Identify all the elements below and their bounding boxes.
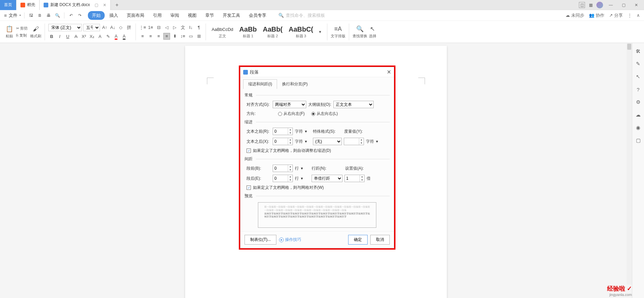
tab-home[interactable]: 首页 [0, 0, 16, 10]
auto-indent-checkbox[interactable]: ✓如果定义了文档网格，则自动调整右缩进(D) [247, 148, 331, 154]
line-spacing-select[interactable]: 单倍行距 [312, 175, 342, 182]
numbering-icon[interactable]: 1≡ [147, 24, 154, 31]
spin-down[interactable]: ▼ [288, 131, 292, 135]
save-as-icon[interactable]: 🗎 [37, 12, 43, 19]
redo-icon[interactable]: ↷ [76, 12, 83, 19]
superscript-icon[interactable]: X² [80, 33, 87, 40]
sidebar-settings-icon[interactable]: ⚙ [635, 99, 642, 105]
increase-indent-icon[interactable]: ▷ [171, 24, 178, 31]
tips-link[interactable]: ▶操作技巧 [279, 237, 301, 243]
show-marks-icon[interactable]: ¶ [196, 24, 202, 31]
ribbon-tab-layout[interactable]: 页面布局 [123, 11, 148, 20]
style-heading2[interactable]: AaBb(标题 2 [261, 24, 285, 40]
sidebar-pen-icon[interactable]: ✎ [635, 60, 642, 67]
paste-button[interactable]: 📋粘贴 [5, 25, 13, 39]
tab-docker[interactable]: 稻壳 [16, 0, 40, 10]
ribbon-tab-vip[interactable]: 会员专享 [245, 11, 270, 20]
tab-close-icon[interactable]: ✕ [103, 3, 106, 7]
clear-format-icon[interactable]: ◇ [117, 24, 124, 31]
shading-icon[interactable]: ▭ [187, 33, 194, 40]
more-icon[interactable]: ⋮ [628, 13, 632, 18]
sidebar-template-icon[interactable]: ◉ [635, 124, 642, 131]
sidebar-tools-icon[interactable]: 🛠 [635, 48, 642, 54]
phonetic-icon[interactable]: 拼 [125, 24, 132, 31]
cut-button[interactable]: ✂剪切 [15, 25, 29, 32]
vertical-scrollbar[interactable] [627, 43, 632, 285]
ribbon-tab-reference[interactable]: 引用 [149, 11, 166, 20]
highlight-icon[interactable]: ✎ [105, 33, 111, 40]
distribute-icon[interactable]: ⬍ [171, 33, 178, 40]
align-left-icon[interactable]: ≡ [139, 33, 146, 40]
align-justify-icon[interactable]: ≡ [163, 33, 170, 40]
after-text-spinner[interactable]: ▲▼ [273, 138, 293, 145]
copy-button[interactable]: ⎘复制 [15, 32, 29, 39]
find-replace-button[interactable]: 🔍查找替换 [353, 25, 367, 39]
print-icon[interactable]: 🖶 [45, 12, 52, 19]
ribbon-tab-chapter[interactable]: 章节 [201, 11, 218, 20]
sidebar-cloud-icon[interactable]: ☁ [635, 112, 642, 118]
italic-icon[interactable]: I [56, 33, 63, 40]
bg-color-icon[interactable]: A [121, 33, 127, 40]
decrease-indent-icon[interactable]: ◁ [163, 24, 170, 31]
after-para-spinner[interactable]: ▲▼ [273, 175, 293, 182]
select-button[interactable]: ↖选择 [369, 25, 377, 39]
alignment-select[interactable]: 两端对齐 [273, 101, 306, 108]
tab-document[interactable]: 新建 DOCX 文档.docx ▢ ✕ [40, 0, 111, 10]
command-search[interactable]: 🔍 查找命令、搜索模板 [278, 12, 325, 18]
ribbon-tab-review[interactable]: 审阅 [166, 11, 183, 20]
text-layout-button[interactable]: ≡A文字排版 [331, 25, 345, 39]
before-text-spinner[interactable]: ▲▼ [273, 128, 293, 135]
ribbon-tab-view[interactable]: 视图 [184, 11, 201, 20]
shrink-font-icon[interactable]: A↓ [109, 24, 116, 31]
cancel-button[interactable]: 取消 [370, 235, 390, 245]
file-menu[interactable]: 文件 [9, 12, 17, 18]
style-heading3[interactable]: AaBbC(标题 3 [286, 24, 315, 40]
special-select[interactable]: (无) [313, 138, 342, 145]
underline-icon[interactable]: U [64, 33, 71, 40]
ribbon-tab-dev[interactable]: 开发工具 [219, 11, 244, 20]
spin-up[interactable]: ▲ [288, 128, 292, 131]
format-painter-button[interactable]: 🖌格式刷 [30, 25, 41, 39]
borders-icon[interactable]: ⊞ [196, 33, 202, 40]
bullets-icon[interactable]: ⋮≡ [139, 24, 146, 31]
multilevel-icon[interactable]: ⊟ [155, 24, 162, 31]
print-preview-icon[interactable]: 🔍 [54, 12, 61, 19]
window-minimize[interactable]: — [606, 2, 616, 8]
style-normal[interactable]: AaBbCcDd正文 [209, 24, 235, 40]
style-heading1[interactable]: AaBb标题 1 [237, 24, 259, 40]
bold-icon[interactable]: B [48, 33, 55, 40]
collapse-icon[interactable]: ∧ [637, 13, 640, 18]
radio-ltr[interactable]: 从左向右(L) [311, 111, 338, 117]
styles-more-icon[interactable]: ▾ [317, 29, 324, 35]
set-value-spinner[interactable]: ▲▼ [344, 175, 365, 182]
grow-font-icon[interactable]: A↑ [101, 24, 108, 31]
window-maximize[interactable]: ▢ [619, 2, 629, 8]
new-tab-button[interactable]: + [111, 2, 123, 8]
outline-select[interactable]: 正文文本 [333, 101, 374, 108]
scrollbar-thumb[interactable] [627, 44, 631, 50]
tabstop-button[interactable]: 制表位(T)... [245, 235, 276, 245]
font-effect-icon[interactable]: A [97, 33, 103, 40]
font-size-select[interactable]: 五号 [83, 24, 100, 31]
save-icon[interactable]: 🖫 [28, 12, 35, 19]
before-para-spinner[interactable]: ▲▼ [273, 165, 293, 172]
align-center-icon[interactable]: ≡ [147, 33, 154, 40]
sidebar-help-icon[interactable]: ? [635, 86, 642, 93]
sort-icon[interactable]: Ⅰ↓ [187, 24, 194, 31]
grid-icon[interactable]: ▦ [588, 2, 594, 8]
line-spacing-icon[interactable]: ↕≡ [179, 33, 186, 40]
measure-spinner[interactable]: ▲▼ [344, 138, 364, 145]
avatar[interactable] [596, 2, 603, 8]
snap-grid-checkbox[interactable]: ✓如果定义了文档网格，则与网格对齐(W) [247, 185, 324, 190]
font-name-select[interactable]: 宋体 (正文) [48, 24, 82, 31]
tab-ext-icon[interactable]: ▢ [95, 3, 98, 7]
dialog-tab-indent[interactable]: 缩进和间距(I) [243, 79, 277, 89]
ribbon-tab-insert[interactable]: 插入 [105, 11, 122, 20]
window-close[interactable]: ✕ [631, 2, 641, 8]
strike-icon[interactable]: A̶ [72, 33, 79, 40]
sidebar-cursor-icon[interactable]: ↖ [635, 73, 642, 80]
asian-layout-icon[interactable]: 文 [179, 24, 186, 31]
radio-rtl[interactable]: 从右向左(F) [278, 111, 305, 117]
dialog-close-icon[interactable]: ✕ [387, 69, 391, 75]
sync-status[interactable]: ☁未同步 [566, 12, 584, 18]
